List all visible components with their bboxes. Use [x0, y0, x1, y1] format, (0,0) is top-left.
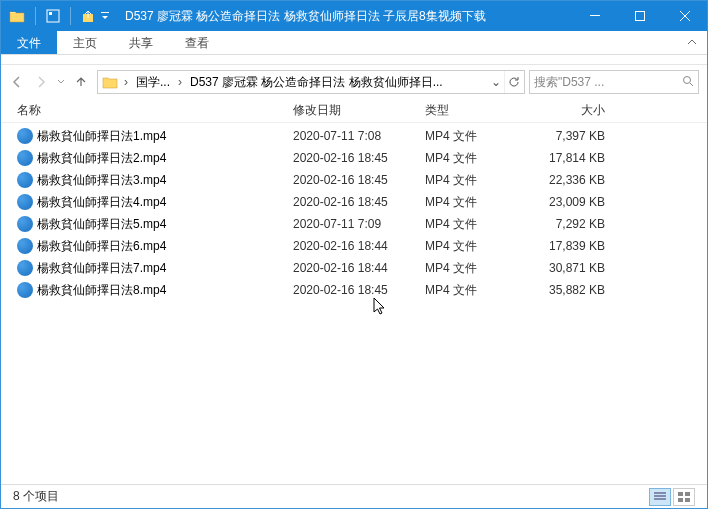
file-date: 2020-02-16 18:44 [293, 239, 425, 253]
refresh-button[interactable] [504, 71, 522, 93]
video-icon [17, 282, 33, 298]
list-item[interactable]: 楊救貧仙師擇日法5.mp42020-07-11 7:09MP4 文件7,292 … [17, 213, 691, 235]
close-button[interactable] [662, 1, 707, 31]
file-type: MP4 文件 [425, 172, 525, 189]
video-icon [17, 172, 33, 188]
ribbon-expand-icon[interactable] [677, 31, 707, 54]
file-type: MP4 文件 [425, 128, 525, 145]
tab-home[interactable]: 主页 [57, 31, 113, 54]
window-title: D537 廖冠霖 杨公造命择日法 杨救贫仙师择日法 子辰居8集视频下载 [117, 8, 572, 25]
window-controls [572, 1, 707, 31]
chevron-right-icon[interactable]: › [174, 75, 186, 89]
svg-rect-4 [635, 12, 644, 21]
file-size: 30,871 KB [525, 261, 615, 275]
list-item[interactable]: 楊救貧仙師擇日法1.mp42020-07-11 7:08MP4 文件7,397 … [17, 125, 691, 147]
list-item[interactable]: 楊救貧仙師擇日法4.mp42020-02-16 18:45MP4 文件23,00… [17, 191, 691, 213]
list-item[interactable]: 楊救貧仙師擇日法2.mp42020-02-16 18:45MP4 文件17,81… [17, 147, 691, 169]
search-icon[interactable] [682, 75, 694, 90]
chevron-right-icon[interactable]: › [120, 75, 132, 89]
status-bar: 8 个项目 [1, 484, 707, 508]
file-name: 楊救貧仙師擇日法4.mp4 [37, 194, 166, 211]
svg-rect-1 [49, 12, 52, 15]
svg-rect-2 [101, 12, 109, 13]
list-item[interactable]: 楊救貧仙師擇日法8.mp42020-02-16 18:45MP4 文件35,88… [17, 279, 691, 301]
extract-icon[interactable] [81, 9, 95, 23]
nav-forward-button[interactable] [29, 70, 53, 94]
video-icon [17, 260, 33, 276]
search-input[interactable]: 搜索"D537 ... [529, 70, 699, 94]
video-icon [17, 128, 33, 144]
maximize-button[interactable] [617, 1, 662, 31]
address-bar[interactable]: › 国学... › D537 廖冠霖 杨公造命择日法 杨救贫仙师择日... ⌄ [97, 70, 525, 94]
file-type: MP4 文件 [425, 238, 525, 255]
tab-share[interactable]: 共享 [113, 31, 169, 54]
file-size: 23,009 KB [525, 195, 615, 209]
properties-icon[interactable] [46, 9, 60, 23]
file-name: 楊救貧仙師擇日法5.mp4 [37, 216, 166, 233]
titlebar: D537 廖冠霖 杨公造命择日法 杨救贫仙师择日法 子辰居8集视频下载 [1, 1, 707, 31]
quick-access-toolbar [1, 7, 117, 25]
view-thumbnails-button[interactable] [673, 488, 695, 506]
list-item[interactable]: 楊救貧仙師擇日法3.mp42020-02-16 18:45MP4 文件22,33… [17, 169, 691, 191]
file-type: MP4 文件 [425, 260, 525, 277]
file-size: 17,839 KB [525, 239, 615, 253]
ribbon-body [1, 55, 707, 65]
file-type: MP4 文件 [425, 150, 525, 167]
tab-view[interactable]: 查看 [169, 31, 225, 54]
svg-rect-6 [678, 492, 683, 496]
video-icon [17, 216, 33, 232]
column-modified[interactable]: 修改日期 [293, 102, 425, 119]
view-details-button[interactable] [649, 488, 671, 506]
file-size: 7,397 KB [525, 129, 615, 143]
folder-icon [100, 73, 120, 91]
svg-rect-7 [685, 492, 690, 496]
list-item[interactable]: 楊救貧仙師擇日法7.mp42020-02-16 18:44MP4 文件30,87… [17, 257, 691, 279]
file-type: MP4 文件 [425, 194, 525, 211]
file-size: 17,814 KB [525, 151, 615, 165]
breadcrumb-current[interactable]: D537 廖冠霖 杨公造命择日法 杨救贫仙师择日... [186, 74, 488, 91]
svg-rect-3 [590, 15, 600, 16]
file-name: 楊救貧仙師擇日法6.mp4 [37, 238, 166, 255]
folder-icon [9, 9, 25, 23]
file-type: MP4 文件 [425, 282, 525, 299]
address-dropdown-icon[interactable]: ⌄ [488, 75, 504, 89]
status-item-count: 8 个项目 [13, 488, 59, 505]
file-size: 22,336 KB [525, 173, 615, 187]
column-size[interactable]: 大小 [525, 102, 615, 119]
svg-rect-9 [685, 498, 690, 502]
nav-up-button[interactable] [69, 70, 93, 94]
file-date: 2020-02-16 18:45 [293, 173, 425, 187]
list-item[interactable]: 楊救貧仙師擇日法6.mp42020-02-16 18:44MP4 文件17,83… [17, 235, 691, 257]
file-name: 楊救貧仙師擇日法1.mp4 [37, 128, 166, 145]
nav-back-button[interactable] [5, 70, 29, 94]
file-name: 楊救貧仙師擇日法3.mp4 [37, 172, 166, 189]
file-name: 楊救貧仙師擇日法2.mp4 [37, 150, 166, 167]
svg-rect-8 [678, 498, 683, 502]
navbar: › 国学... › D537 廖冠霖 杨公造命择日法 杨救贫仙师择日... ⌄ … [1, 65, 707, 99]
file-date: 2020-07-11 7:09 [293, 217, 425, 231]
column-headers: 名称 修改日期 类型 大小 [1, 99, 707, 123]
file-date: 2020-02-16 18:44 [293, 261, 425, 275]
file-date: 2020-02-16 18:45 [293, 151, 425, 165]
tab-file[interactable]: 文件 [1, 31, 57, 54]
minimize-button[interactable] [572, 1, 617, 31]
file-list: 楊救貧仙師擇日法1.mp42020-07-11 7:08MP4 文件7,397 … [1, 123, 707, 477]
column-type[interactable]: 类型 [425, 102, 525, 119]
svg-rect-0 [47, 10, 59, 22]
file-date: 2020-02-16 18:45 [293, 195, 425, 209]
video-icon [17, 150, 33, 166]
search-placeholder: 搜索"D537 ... [534, 74, 604, 91]
ribbon-tabs: 文件 主页 共享 查看 [1, 31, 707, 55]
file-size: 35,882 KB [525, 283, 615, 297]
column-name[interactable]: 名称 [17, 102, 293, 119]
file-date: 2020-07-11 7:08 [293, 129, 425, 143]
file-name: 楊救貧仙師擇日法7.mp4 [37, 260, 166, 277]
breadcrumb-root[interactable]: 国学... [132, 74, 174, 91]
file-date: 2020-02-16 18:45 [293, 283, 425, 297]
file-size: 7,292 KB [525, 217, 615, 231]
nav-arrows [5, 70, 93, 94]
video-icon [17, 238, 33, 254]
file-name: 楊救貧仙師擇日法8.mp4 [37, 282, 166, 299]
qat-dropdown-icon[interactable] [101, 9, 109, 23]
nav-history-dropdown[interactable] [53, 70, 69, 94]
